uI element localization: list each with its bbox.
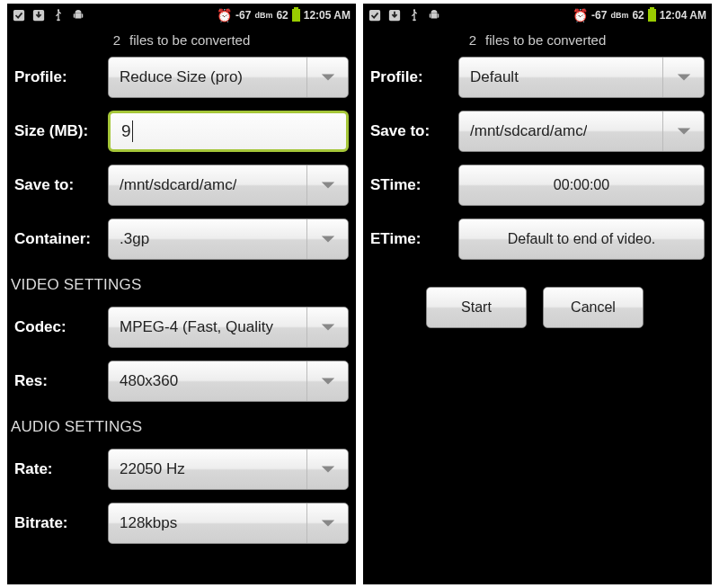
battery-percent: 62 (632, 9, 644, 22)
chevron-down-icon (306, 307, 348, 347)
etime-label: ETime: (365, 230, 451, 248)
subheader-text: files to be converted (129, 32, 250, 48)
svg-rect-9 (431, 13, 438, 18)
saveto-label: Save to: (9, 176, 101, 194)
stime-value: 00:00:00 (554, 177, 609, 193)
stime-label: STime: (365, 176, 451, 194)
size-value: 9 (121, 121, 131, 141)
chevron-down-icon (306, 503, 348, 543)
chevron-down-icon (662, 111, 704, 151)
battery-icon (292, 9, 300, 22)
chevron-down-icon (306, 361, 348, 401)
bitrate-label: Bitrate: (9, 514, 101, 532)
saveto-value: /mnt/sdcard/amc/ (120, 176, 236, 194)
container-label: Container: (9, 230, 101, 248)
svg-point-8 (413, 9, 415, 11)
svg-rect-10 (430, 13, 431, 17)
etime-button[interactable]: Default to end of video. (458, 218, 705, 260)
codec-value: MPEG-4 (Fast, Quality (120, 318, 273, 336)
rate-value: 22050 Hz (120, 460, 185, 478)
dbm-label: dBm (254, 11, 272, 20)
saveto-value: /mnt/sdcard/amc/ (470, 122, 587, 140)
etime-value: Default to end of video. (508, 231, 656, 247)
chevron-down-icon (662, 58, 704, 97)
download-icon (32, 9, 45, 22)
saveto-select[interactable]: /mnt/sdcard/amc/ (458, 111, 705, 152)
svg-rect-0 (13, 10, 24, 21)
chevron-down-icon (306, 58, 348, 97)
check-icon (368, 9, 381, 22)
signal-strength: -67 (235, 9, 251, 22)
svg-rect-11 (438, 13, 439, 17)
battery-percent: 62 (276, 9, 288, 22)
phone-screen-left: ⏰ -67 dBm 62 12:05 AM 2files to be conve… (7, 4, 356, 584)
file-count: 2 (469, 32, 476, 48)
video-settings-header: VIDEO SETTINGS (9, 272, 349, 294)
chevron-down-icon (306, 450, 348, 489)
text-cursor (132, 120, 133, 142)
clock-time: 12:05 AM (304, 9, 351, 22)
res-value: 480x360 (120, 372, 178, 390)
phone-screen-right: ⏰ -67 dBm 62 12:04 AM 2files to be conve… (363, 4, 712, 584)
profile-value: Reduce Size (pro) (120, 68, 243, 86)
res-label: Res: (9, 372, 101, 390)
clock-time: 12:04 AM (660, 9, 706, 22)
subheader-text: files to be converted (485, 32, 606, 48)
status-bar: ⏰ -67 dBm 62 12:04 AM (363, 4, 712, 27)
saveto-label: Save to: (365, 122, 451, 140)
subheader: 2files to be converted (7, 27, 356, 57)
svg-point-2 (58, 9, 59, 11)
signal-strength: -67 (591, 9, 607, 22)
android-icon (428, 9, 440, 22)
svg-rect-6 (369, 10, 380, 21)
download-icon (388, 9, 401, 22)
cancel-label: Cancel (571, 299, 616, 316)
bitrate-select[interactable]: 128kbps (108, 503, 349, 544)
check-icon (13, 9, 25, 22)
audio-settings-header: AUDIO SETTINGS (9, 414, 349, 436)
status-bar: ⏰ -67 dBm 62 12:05 AM (7, 4, 356, 27)
rate-select[interactable]: 22050 Hz (108, 449, 349, 490)
file-count: 2 (113, 32, 120, 48)
profile-value: Default (470, 68, 519, 86)
dbm-label: dBm (610, 11, 628, 20)
svg-rect-4 (74, 13, 75, 17)
usb-icon (52, 9, 65, 22)
svg-rect-3 (75, 13, 82, 18)
container-value: .3gp (120, 230, 149, 248)
codec-label: Codec: (9, 318, 101, 336)
battery-icon (648, 9, 656, 22)
subheader: 2files to be converted (363, 27, 712, 57)
codec-select[interactable]: MPEG-4 (Fast, Quality (108, 307, 349, 348)
svg-rect-5 (82, 13, 83, 17)
profile-label: Profile: (9, 68, 101, 86)
start-button[interactable]: Start (426, 287, 527, 328)
rate-label: Rate: (9, 460, 101, 478)
alarm-icon: ⏰ (573, 8, 588, 22)
profile-select[interactable]: Default (458, 57, 705, 98)
container-select[interactable]: .3gp (108, 218, 349, 260)
cancel-button[interactable]: Cancel (543, 287, 644, 328)
alarm-icon: ⏰ (217, 8, 232, 22)
usb-icon (408, 9, 421, 22)
profile-select[interactable]: Reduce Size (pro) (108, 57, 349, 98)
res-select[interactable]: 480x360 (108, 361, 349, 402)
profile-label: Profile: (365, 68, 451, 86)
size-input[interactable]: 9 (108, 111, 349, 152)
saveto-select[interactable]: /mnt/sdcard/amc/ (108, 165, 349, 206)
start-label: Start (461, 299, 492, 316)
chevron-down-icon (306, 165, 348, 205)
size-label: Size (MB): (9, 122, 101, 140)
chevron-down-icon (306, 219, 348, 259)
stime-button[interactable]: 00:00:00 (458, 165, 705, 206)
android-icon (72, 9, 84, 22)
bitrate-value: 128kbps (120, 514, 177, 532)
